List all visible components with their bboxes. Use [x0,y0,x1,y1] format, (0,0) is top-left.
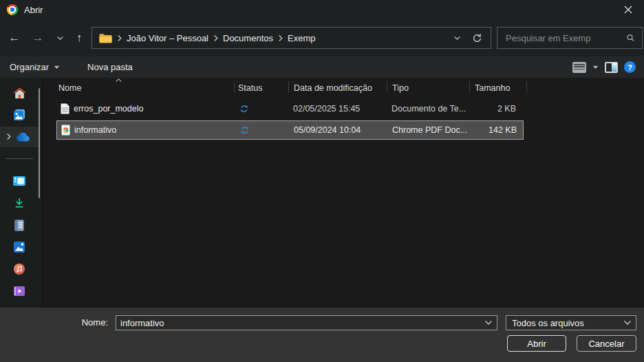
column-divider[interactable] [288,81,289,93]
cancel-button[interactable]: Cancelar [577,335,636,352]
pictures-icon [14,242,25,253]
music-icon [14,264,25,275]
column-header-modified[interactable]: Data de modificação [294,81,372,95]
close-icon [624,6,632,14]
file-modified: 05/09/2024 10:04 [294,125,392,135]
filename-combobox[interactable] [116,315,497,330]
dialog-footer: Nome: Todos os arquivos Abrir Cancelar [0,308,644,362]
sidebar-item-music[interactable] [0,259,39,279]
help-icon[interactable]: ? [624,61,636,73]
sidebar-item-onedrive[interactable] [0,127,39,147]
open-button[interactable]: Abrir [507,335,566,352]
chrome-logo-icon [7,4,18,15]
preview-pane-icon[interactable] [605,62,618,73]
column-header-size[interactable]: Tamanho [475,81,510,95]
search-box[interactable] [497,27,643,49]
organize-label: Organizar [10,62,49,72]
file-status [238,104,293,114]
sidebar-item-pictures[interactable] [0,237,39,257]
home-icon [13,87,26,99]
file-name: informativo [74,125,239,135]
address-bar[interactable]: João Vitor – Pessoal Documentos Exemp [92,27,491,49]
help-glyph: ? [627,63,632,72]
address-dropdown-icon[interactable] [453,36,461,41]
sidebar-item-downloads[interactable] [0,193,39,213]
column-divider[interactable] [526,81,527,93]
file-list: Nome Status Data de modificação Tipo Tam… [43,78,644,308]
breadcrumb-chevron-icon [278,34,283,42]
file-row[interactable]: erros_por_modelo 02/05/2025 15:45 Docume… [56,99,524,118]
window-title: Abrir [24,5,43,15]
column-divider[interactable] [234,81,235,93]
column-header-type[interactable]: Tipo [392,81,409,95]
new-folder-label: Nova pasta [87,62,133,72]
organize-button[interactable]: Organizar [10,62,60,72]
column-header-name[interactable]: Nome [58,81,81,95]
file-modified: 02/05/2025 15:45 [293,104,391,114]
back-icon: ← [9,31,21,45]
navigation-sidebar [0,78,43,308]
new-folder-button[interactable]: Nova pasta [87,62,133,72]
back-button[interactable]: ← [4,27,25,49]
refresh-icon[interactable] [472,33,482,43]
up-button[interactable]: ↑ [69,27,89,49]
main-area: Nome Status Data de modificação Tipo Tam… [0,78,644,308]
chevron-down-icon [623,320,632,326]
sidebar-item-videos[interactable] [0,281,39,301]
file-type: Documento de Te... [391,104,483,114]
view-dropdown-chevron-icon[interactable] [592,65,599,70]
chevron-down-icon [56,36,64,41]
videos-icon [14,286,25,296]
toolbar-right-group: ? [572,61,636,73]
breadcrumb-segment-current[interactable]: Exemp [288,33,315,43]
text-document-icon [61,103,69,114]
sidebar-divider [6,158,33,159]
sidebar-item-documents[interactable] [0,215,39,235]
close-button[interactable] [612,0,644,19]
file-name: erros_por_modelo [73,104,238,114]
breadcrumb-segment-account[interactable]: João Vitor – Pessoal [127,33,208,43]
chevron-down-icon[interactable] [484,320,493,326]
navigation-bar: ← → ↑ João Vitor – Pessoal Documentos Ex… [0,19,644,56]
forward-button[interactable]: → [28,27,48,49]
file-size: 2 KB [483,104,519,114]
filename-input[interactable] [116,318,484,328]
chrome-pdf-icon [61,125,70,136]
file-row-selected[interactable]: informativo 05/09/2024 10:04 Chrome PDF … [56,120,524,140]
up-icon: ↑ [76,32,82,44]
sidebar-item-desktop[interactable] [0,171,39,191]
details-view-icon[interactable] [572,62,586,73]
sort-ascending-icon [115,78,122,83]
column-header-status[interactable]: Status [238,81,262,95]
sync-icon [239,104,249,114]
sync-icon [240,125,250,135]
filetype-select[interactable]: Todos os arquivos [506,315,636,330]
column-divider[interactable] [469,81,470,93]
title-bar: Abrir [0,0,644,19]
filename-label: Nome: [0,315,108,330]
breadcrumb-chevron-icon [117,34,122,42]
expand-chevron-icon[interactable] [6,133,11,140]
file-size: 142 KB [484,125,519,135]
sidebar-item-home[interactable] [0,83,39,103]
cancel-button-label: Cancelar [588,339,624,349]
column-divider[interactable] [387,81,387,93]
breadcrumb-chevron-icon [213,34,218,42]
recent-locations-button[interactable] [50,27,70,49]
gallery-icon [13,109,25,121]
sidebar-item-gallery[interactable] [0,105,39,125]
documents-icon [14,220,24,231]
filetype-value: Todos os arquivos [506,318,623,328]
folder-icon [99,33,112,43]
command-toolbar: Organizar Nova pasta ? [0,56,644,78]
sidebar-scrollbar[interactable] [39,88,40,198]
file-type: Chrome PDF Doc... [392,125,484,135]
desktop-icon [13,176,25,186]
search-icon[interactable] [627,33,634,43]
chevron-down-icon [54,65,60,70]
search-input[interactable] [497,33,627,43]
downloads-icon [14,198,25,209]
breadcrumb-segment-documents[interactable]: Documentos [223,33,273,43]
onedrive-icon [16,132,30,142]
forward-icon: → [32,31,44,45]
